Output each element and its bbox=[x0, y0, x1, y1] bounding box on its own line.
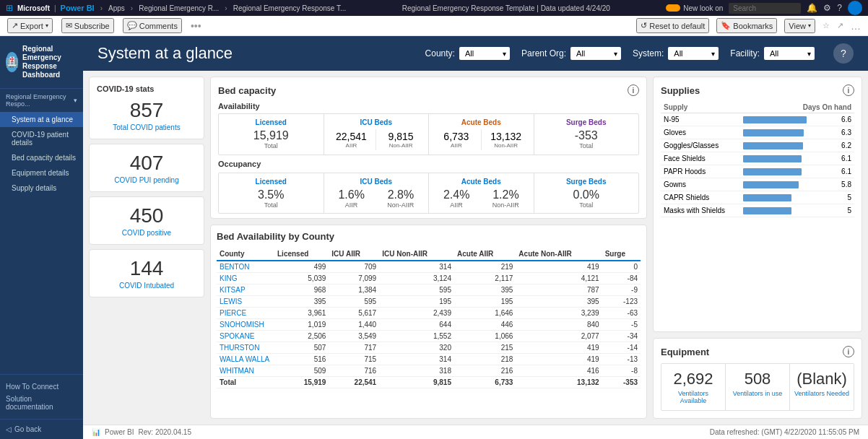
avail-icu-nonaiir-sub: Non-AIIR bbox=[378, 142, 424, 149]
sidebar-item-covid19-patients[interactable]: COVID-19 patient details bbox=[0, 127, 83, 150]
county-select[interactable]: All bbox=[459, 47, 510, 60]
powerbi-footer-label: Power BI bbox=[105, 428, 134, 436]
total-patients-label[interactable]: Total COVID patients bbox=[97, 123, 196, 131]
occ-acute: Acute Beds 2.4% AIIR 1.2% Non-AIIR bbox=[429, 173, 534, 213]
county-table-scroll[interactable]: County Licensed ICU AIIR ICU Non-AIIR Ac… bbox=[217, 248, 641, 388]
reset-button[interactable]: ↺ Reset to default bbox=[636, 18, 709, 33]
supply-row: CAPR Shields 5 bbox=[661, 191, 854, 204]
supply-name: Masks with Shields bbox=[661, 204, 740, 217]
county-icu-non: 314 bbox=[379, 354, 454, 365]
county-icu-non: 2,439 bbox=[379, 308, 454, 319]
supply-row: Masks with Shields 5 bbox=[661, 204, 854, 217]
sidebar-how-to-connect[interactable]: How To Connect bbox=[6, 381, 77, 393]
share-icon[interactable]: ↗ bbox=[837, 21, 843, 30]
supply-row: Goggles/Glasses 6.2 bbox=[661, 139, 854, 152]
bed-capacity-info-icon[interactable]: i bbox=[628, 84, 639, 96]
county-filter-wrapper[interactable]: All bbox=[459, 47, 510, 60]
table-row: LEWIS 395 595 195 195 395 -123 bbox=[217, 296, 641, 308]
nav-apps[interactable]: Apps bbox=[108, 4, 125, 12]
county-name: BENTON bbox=[217, 261, 274, 273]
sidebar-section-regional[interactable]: Regional Emergency Respo... ▾ bbox=[0, 89, 83, 112]
facility-filter: Facility: All bbox=[730, 47, 815, 60]
positive-label[interactable]: COVID positive bbox=[97, 229, 196, 237]
supplies-info-icon[interactable]: i bbox=[843, 84, 854, 96]
star-icon[interactable]: ☆ bbox=[823, 21, 830, 30]
parent-org-select[interactable]: All bbox=[570, 47, 621, 60]
bookmarks-button[interactable]: 🔖 Bookmarks bbox=[716, 18, 777, 33]
settings-icon[interactable]: ⚙ bbox=[823, 3, 831, 13]
county-surge: -13 bbox=[602, 354, 641, 365]
col-county: County bbox=[217, 248, 274, 261]
table-row: WALLA WALLA 516 715 314 218 419 -13 bbox=[217, 354, 641, 365]
view-button[interactable]: View ▾ bbox=[784, 19, 815, 33]
subscribe-button[interactable]: ✉ Subscribe bbox=[61, 18, 114, 33]
county-icu-non: 595 bbox=[379, 284, 454, 296]
county-surge: -84 bbox=[602, 273, 641, 284]
avail-licensed: Licensed 15,919 Total bbox=[219, 114, 324, 155]
user-avatar[interactable] bbox=[848, 1, 862, 15]
county-acute-aiir: 395 bbox=[454, 284, 516, 296]
supply-bar-cell bbox=[740, 165, 834, 178]
export-chevron: ▾ bbox=[45, 22, 48, 29]
more-icon[interactable]: … bbox=[851, 20, 861, 32]
pui-value: 407 bbox=[97, 152, 196, 175]
supply-col-days: Days On hand bbox=[740, 102, 854, 113]
nav-level3[interactable]: Regional Emergency Response T... bbox=[233, 4, 347, 12]
occ-acute-nonaiir-value: 1.2% bbox=[481, 188, 530, 201]
county-name: KITSAP bbox=[217, 284, 274, 296]
equip-in-use-label: Ventilators in use bbox=[729, 390, 786, 397]
occupancy-table: Licensed 3.5% Total ICU Beds 1.6% AIIR bbox=[218, 173, 639, 214]
sidebar-item-system-at-glance[interactable]: System at a glance bbox=[0, 112, 83, 127]
go-back-button[interactable]: ◁ Go back bbox=[0, 419, 83, 439]
new-look-toggle[interactable]: New look on bbox=[666, 4, 723, 12]
col-licensed: Licensed bbox=[274, 248, 329, 261]
export-icon: ↗ bbox=[12, 21, 18, 30]
county-licensed: 507 bbox=[274, 342, 329, 354]
occ-icu-aiir-sub: AIIR bbox=[327, 201, 376, 209]
system-select[interactable]: All bbox=[668, 47, 719, 60]
help-button[interactable]: ? bbox=[833, 43, 854, 64]
sidebar-title: Regional Emergency Response Dashboard bbox=[22, 45, 77, 79]
avail-surge-value: -353 bbox=[537, 129, 636, 142]
total-county: Total bbox=[217, 377, 274, 388]
facility-wrapper[interactable]: All bbox=[764, 47, 815, 60]
supply-bar-cell bbox=[740, 152, 834, 165]
supply-bar-cell bbox=[740, 178, 834, 191]
supply-value: 5 bbox=[834, 204, 854, 217]
county-surge: -8 bbox=[602, 365, 641, 377]
county-icu-aiir: 715 bbox=[329, 354, 379, 365]
table-row: BENTON 499 709 314 219 419 0 bbox=[217, 261, 641, 273]
help-icon[interactable]: ? bbox=[837, 3, 842, 13]
sidebar-solution-doc[interactable]: Solution documentation bbox=[6, 393, 77, 413]
toolbar: ↗ Export ▾ ✉ Subscribe 💬 Comments ••• ↺ … bbox=[0, 16, 868, 36]
sidebar-item-equipment[interactable]: Equipment details bbox=[0, 165, 83, 181]
parent-org-wrapper[interactable]: All bbox=[570, 47, 621, 60]
occ-icu-nonaiir: 2.8% Non-AIIR bbox=[376, 188, 425, 209]
equipment-info-icon[interactable]: i bbox=[843, 346, 854, 357]
total-acute-aiir: 6,733 bbox=[454, 377, 516, 388]
comments-icon: 💬 bbox=[127, 21, 137, 30]
notification-icon[interactable]: 🔔 bbox=[807, 3, 817, 13]
supplies-title: Supplies i bbox=[661, 84, 854, 96]
supply-name: N-95 bbox=[661, 113, 740, 126]
comments-button[interactable]: 💬 Comments bbox=[123, 18, 182, 33]
facility-select[interactable]: All bbox=[764, 47, 815, 60]
nav-level2[interactable]: Regional Emergency R... bbox=[139, 4, 219, 12]
col-icu-aiir: ICU AIIR bbox=[329, 248, 379, 261]
occ-icu: ICU Beds 1.6% AIIR 2.8% Non-AIIR bbox=[324, 173, 430, 213]
page-title: System at a glance bbox=[97, 44, 425, 63]
export-button[interactable]: ↗ Export ▾ bbox=[7, 18, 53, 33]
pui-label[interactable]: COVID PUI pending bbox=[97, 176, 196, 184]
system-wrapper[interactable]: All bbox=[668, 47, 719, 60]
go-back-icon: ◁ bbox=[6, 425, 12, 433]
sidebar-item-bed-capacity[interactable]: Bed capacity details bbox=[0, 150, 83, 165]
avail-icu-sub-cols: 22,541 AIIR 9,815 Non-AIIR bbox=[327, 129, 426, 150]
avail-surge-sub: Total bbox=[537, 142, 636, 149]
intubated-label[interactable]: COVID Intubated bbox=[97, 282, 196, 290]
sidebar-nav: Regional Emergency Respo... ▾ System at … bbox=[0, 89, 83, 374]
county-surge: -63 bbox=[602, 308, 641, 319]
sidebar-item-supply[interactable]: Supply details bbox=[0, 181, 83, 196]
occ-acute-nonaiir-sub: Non-AIIR bbox=[481, 201, 530, 209]
supplies-card: Supplies i Supply Days On hand N-95 bbox=[653, 77, 862, 332]
search-input[interactable] bbox=[729, 3, 801, 14]
